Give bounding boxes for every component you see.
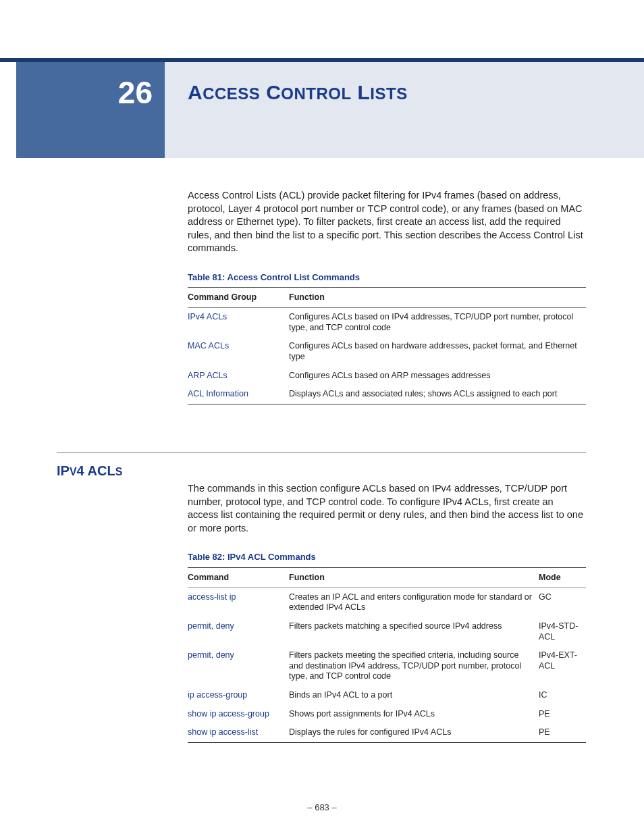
table81-func-3: Displays ACLs and associated rules; show… <box>289 385 586 404</box>
table-row: show ip access-list Displays the rules f… <box>188 723 586 742</box>
table82-func-5: Displays the rules for configured IPv4 A… <box>289 723 539 742</box>
link-permit-deny-ext[interactable]: permit, deny <box>188 650 234 660</box>
table-row: permit, deny Filters packets meeting the… <box>188 646 586 686</box>
table82-mode-5: PE <box>539 723 586 742</box>
table81: Command Group Function IPv4 ACLs Configu… <box>188 287 586 405</box>
link-arp-acls[interactable]: ARP ACLs <box>188 371 227 380</box>
link-acl-information[interactable]: ACL Information <box>188 389 248 398</box>
page-number: – 683 – <box>0 802 644 812</box>
table-row: show ip access-group Shows port assignme… <box>188 705 586 724</box>
table81-func-0: Configures ACLs based on IPv4 addresses,… <box>289 308 586 338</box>
table82-mode-4: PE <box>539 705 586 724</box>
section-divider <box>57 452 586 453</box>
table82-func-3: Binds an IPv4 ACL to a port <box>289 686 539 705</box>
intro-paragraph: Access Control Lists (ACL) provide packe… <box>188 189 586 255</box>
table82-header-function: Function <box>289 567 539 588</box>
chapter-title-band: ACCESS CONTROL LISTS <box>165 62 644 158</box>
table82-func-0: Creates an IP ACL and enters configurati… <box>289 588 539 617</box>
table-row: access-list ip Creates an IP ACL and ent… <box>188 588 586 617</box>
section-ipv4-block: The commands in this section configure A… <box>188 482 586 743</box>
table81-caption: Table 81: Access Control List Commands <box>188 271 586 284</box>
table81-func-2: Configures ACLs based on ARP messages ad… <box>289 367 586 386</box>
table-row: IPv4 ACLs Configures ACLs based on IPv4 … <box>188 308 586 338</box>
link-mac-acls[interactable]: MAC ACLs <box>188 341 229 350</box>
chapter-number: 26 <box>16 74 153 111</box>
table81-header-group: Command Group <box>188 288 289 308</box>
table82-func-1: Filters packets matching a specified sou… <box>289 617 539 646</box>
link-permit-deny-std[interactable]: permit, deny <box>188 621 234 631</box>
table81-func-1: Configures ACLs based on hardware addres… <box>289 337 586 366</box>
link-access-list-ip[interactable]: access-list ip <box>188 592 236 602</box>
table-row: ip access-group Binds an IPv4 ACL to a p… <box>188 686 586 705</box>
link-show-ip-access-list[interactable]: show ip access-list <box>188 727 258 737</box>
link-show-ip-access-group[interactable]: show ip access-group <box>188 709 269 719</box>
link-ipv4-acls[interactable]: IPv4 ACLs <box>188 312 227 321</box>
table82-mode-3: IC <box>539 686 586 705</box>
table82-mode-1: IPv4-STD-ACL <box>539 617 586 646</box>
table81-header-function: Function <box>289 288 586 308</box>
table-row: ARP ACLs Configures ACLs based on ARP me… <box>188 367 586 386</box>
chapter-title: ACCESS CONTROL LISTS <box>188 81 644 104</box>
table-row: MAC ACLs Configures ACLs based on hardwa… <box>188 337 586 366</box>
table82-header-command: Command <box>188 567 289 588</box>
table82-func-4: Shows port assignments for IPv4 ACLs <box>289 705 539 724</box>
table82-mode-0: GC <box>539 588 586 617</box>
table-row: permit, deny Filters packets matching a … <box>188 617 586 646</box>
table82-header-mode: Mode <box>539 567 586 588</box>
link-ip-access-group[interactable]: ip access-group <box>188 690 247 700</box>
table82-func-2: Filters packets meeting the specified cr… <box>289 646 539 686</box>
intro-block: Access Control Lists (ACL) provide packe… <box>188 189 586 405</box>
section-heading-ipv4-acls: IPV4 ACLS <box>57 463 122 479</box>
table82: Command Function Mode access-list ip Cre… <box>188 567 586 743</box>
chapter-number-block: 26 <box>16 62 165 158</box>
table-row: ACL Information Displays ACLs and associ… <box>188 385 586 404</box>
table82-caption: Table 82: IPv4 ACL Commands <box>188 551 586 563</box>
section-paragraph: The commands in this section configure A… <box>188 482 586 535</box>
table82-mode-2: IPv4-EXT-ACL <box>539 646 586 686</box>
